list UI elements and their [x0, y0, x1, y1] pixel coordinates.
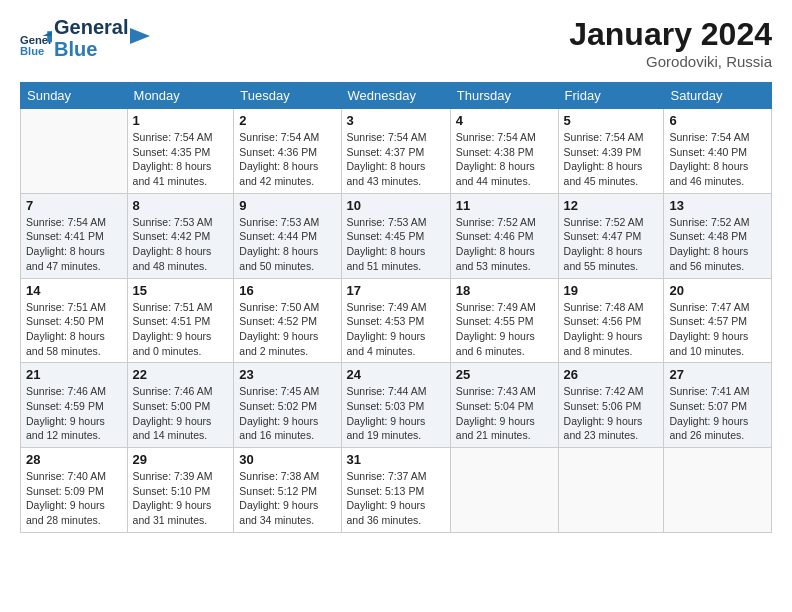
day-info: Sunrise: 7:51 AM Sunset: 4:51 PM Dayligh…: [133, 300, 229, 359]
svg-marker-4: [130, 28, 150, 44]
cell-w2-d6: 20Sunrise: 7:47 AM Sunset: 4:57 PM Dayli…: [664, 278, 772, 363]
header: General Blue General Blue January 2024 G…: [20, 16, 772, 70]
cell-w1-d4: 11Sunrise: 7:52 AM Sunset: 4:46 PM Dayli…: [450, 193, 558, 278]
cell-w3-d0: 21Sunrise: 7:46 AM Sunset: 4:59 PM Dayli…: [21, 363, 128, 448]
day-number: 26: [564, 367, 659, 382]
calendar-table: Sunday Monday Tuesday Wednesday Thursday…: [20, 82, 772, 533]
day-info: Sunrise: 7:49 AM Sunset: 4:55 PM Dayligh…: [456, 300, 553, 359]
cell-w4-d2: 30Sunrise: 7:38 AM Sunset: 5:12 PM Dayli…: [234, 448, 341, 533]
day-number: 20: [669, 283, 766, 298]
day-info: Sunrise: 7:54 AM Sunset: 4:37 PM Dayligh…: [347, 130, 445, 189]
day-info: Sunrise: 7:54 AM Sunset: 4:38 PM Dayligh…: [456, 130, 553, 189]
day-number: 6: [669, 113, 766, 128]
day-number: 13: [669, 198, 766, 213]
day-info: Sunrise: 7:41 AM Sunset: 5:07 PM Dayligh…: [669, 384, 766, 443]
week-row-3: 21Sunrise: 7:46 AM Sunset: 4:59 PM Dayli…: [21, 363, 772, 448]
day-info: Sunrise: 7:47 AM Sunset: 4:57 PM Dayligh…: [669, 300, 766, 359]
day-info: Sunrise: 7:53 AM Sunset: 4:42 PM Dayligh…: [133, 215, 229, 274]
day-number: 9: [239, 198, 335, 213]
header-row: Sunday Monday Tuesday Wednesday Thursday…: [21, 83, 772, 109]
week-row-0: 1Sunrise: 7:54 AM Sunset: 4:35 PM Daylig…: [21, 109, 772, 194]
week-row-2: 14Sunrise: 7:51 AM Sunset: 4:50 PM Dayli…: [21, 278, 772, 363]
day-number: 5: [564, 113, 659, 128]
day-number: 7: [26, 198, 122, 213]
col-sunday: Sunday: [21, 83, 128, 109]
title-block: January 2024 Gorodoviki, Russia: [569, 16, 772, 70]
day-number: 12: [564, 198, 659, 213]
day-info: Sunrise: 7:44 AM Sunset: 5:03 PM Dayligh…: [347, 384, 445, 443]
day-info: Sunrise: 7:40 AM Sunset: 5:09 PM Dayligh…: [26, 469, 122, 528]
cell-w0-d4: 4Sunrise: 7:54 AM Sunset: 4:38 PM Daylig…: [450, 109, 558, 194]
day-number: 3: [347, 113, 445, 128]
day-number: 28: [26, 452, 122, 467]
cell-w0-d1: 1Sunrise: 7:54 AM Sunset: 4:35 PM Daylig…: [127, 109, 234, 194]
day-number: 18: [456, 283, 553, 298]
day-info: Sunrise: 7:43 AM Sunset: 5:04 PM Dayligh…: [456, 384, 553, 443]
page: General Blue General Blue January 2024 G…: [0, 0, 792, 612]
cell-w3-d6: 27Sunrise: 7:41 AM Sunset: 5:07 PM Dayli…: [664, 363, 772, 448]
cell-w1-d0: 7Sunrise: 7:54 AM Sunset: 4:41 PM Daylig…: [21, 193, 128, 278]
col-friday: Friday: [558, 83, 664, 109]
cell-w2-d3: 17Sunrise: 7:49 AM Sunset: 4:53 PM Dayli…: [341, 278, 450, 363]
day-number: 23: [239, 367, 335, 382]
cell-w0-d0: [21, 109, 128, 194]
day-info: Sunrise: 7:45 AM Sunset: 5:02 PM Dayligh…: [239, 384, 335, 443]
cell-w4-d1: 29Sunrise: 7:39 AM Sunset: 5:10 PM Dayli…: [127, 448, 234, 533]
day-number: 15: [133, 283, 229, 298]
cell-w4-d0: 28Sunrise: 7:40 AM Sunset: 5:09 PM Dayli…: [21, 448, 128, 533]
logo-icon: General Blue: [20, 28, 52, 60]
col-tuesday: Tuesday: [234, 83, 341, 109]
day-number: 24: [347, 367, 445, 382]
day-info: Sunrise: 7:46 AM Sunset: 4:59 PM Dayligh…: [26, 384, 122, 443]
cell-w2-d0: 14Sunrise: 7:51 AM Sunset: 4:50 PM Dayli…: [21, 278, 128, 363]
day-number: 14: [26, 283, 122, 298]
svg-text:Blue: Blue: [20, 45, 44, 57]
cell-w1-d2: 9Sunrise: 7:53 AM Sunset: 4:44 PM Daylig…: [234, 193, 341, 278]
col-saturday: Saturday: [664, 83, 772, 109]
day-info: Sunrise: 7:50 AM Sunset: 4:52 PM Dayligh…: [239, 300, 335, 359]
cell-w3-d3: 24Sunrise: 7:44 AM Sunset: 5:03 PM Dayli…: [341, 363, 450, 448]
week-row-4: 28Sunrise: 7:40 AM Sunset: 5:09 PM Dayli…: [21, 448, 772, 533]
col-monday: Monday: [127, 83, 234, 109]
cell-w3-d5: 26Sunrise: 7:42 AM Sunset: 5:06 PM Dayli…: [558, 363, 664, 448]
day-number: 10: [347, 198, 445, 213]
cell-w1-d5: 12Sunrise: 7:52 AM Sunset: 4:47 PM Dayli…: [558, 193, 664, 278]
day-info: Sunrise: 7:54 AM Sunset: 4:40 PM Dayligh…: [669, 130, 766, 189]
cell-w4-d6: [664, 448, 772, 533]
cell-w2-d2: 16Sunrise: 7:50 AM Sunset: 4:52 PM Dayli…: [234, 278, 341, 363]
day-number: 4: [456, 113, 553, 128]
day-info: Sunrise: 7:53 AM Sunset: 4:45 PM Dayligh…: [347, 215, 445, 274]
day-number: 2: [239, 113, 335, 128]
cell-w3-d1: 22Sunrise: 7:46 AM Sunset: 5:00 PM Dayli…: [127, 363, 234, 448]
cell-w4-d5: [558, 448, 664, 533]
logo: General Blue General Blue: [20, 16, 150, 60]
day-info: Sunrise: 7:52 AM Sunset: 4:46 PM Dayligh…: [456, 215, 553, 274]
day-number: 22: [133, 367, 229, 382]
day-number: 16: [239, 283, 335, 298]
day-number: 1: [133, 113, 229, 128]
day-info: Sunrise: 7:38 AM Sunset: 5:12 PM Dayligh…: [239, 469, 335, 528]
day-info: Sunrise: 7:54 AM Sunset: 4:35 PM Dayligh…: [133, 130, 229, 189]
day-info: Sunrise: 7:42 AM Sunset: 5:06 PM Dayligh…: [564, 384, 659, 443]
day-info: Sunrise: 7:54 AM Sunset: 4:36 PM Dayligh…: [239, 130, 335, 189]
day-info: Sunrise: 7:53 AM Sunset: 4:44 PM Dayligh…: [239, 215, 335, 274]
cell-w2-d1: 15Sunrise: 7:51 AM Sunset: 4:51 PM Dayli…: [127, 278, 234, 363]
day-info: Sunrise: 7:54 AM Sunset: 4:39 PM Dayligh…: [564, 130, 659, 189]
day-info: Sunrise: 7:46 AM Sunset: 5:00 PM Dayligh…: [133, 384, 229, 443]
cell-w3-d2: 23Sunrise: 7:45 AM Sunset: 5:02 PM Dayli…: [234, 363, 341, 448]
day-number: 19: [564, 283, 659, 298]
col-wednesday: Wednesday: [341, 83, 450, 109]
cell-w1-d6: 13Sunrise: 7:52 AM Sunset: 4:48 PM Dayli…: [664, 193, 772, 278]
day-info: Sunrise: 7:51 AM Sunset: 4:50 PM Dayligh…: [26, 300, 122, 359]
day-number: 30: [239, 452, 335, 467]
cell-w4-d4: [450, 448, 558, 533]
logo-general: General: [54, 16, 128, 38]
day-info: Sunrise: 7:52 AM Sunset: 4:47 PM Dayligh…: [564, 215, 659, 274]
day-number: 21: [26, 367, 122, 382]
cell-w1-d3: 10Sunrise: 7:53 AM Sunset: 4:45 PM Dayli…: [341, 193, 450, 278]
cell-w2-d5: 19Sunrise: 7:48 AM Sunset: 4:56 PM Dayli…: [558, 278, 664, 363]
cell-w0-d2: 2Sunrise: 7:54 AM Sunset: 4:36 PM Daylig…: [234, 109, 341, 194]
day-info: Sunrise: 7:39 AM Sunset: 5:10 PM Dayligh…: [133, 469, 229, 528]
cell-w0-d6: 6Sunrise: 7:54 AM Sunset: 4:40 PM Daylig…: [664, 109, 772, 194]
day-number: 17: [347, 283, 445, 298]
